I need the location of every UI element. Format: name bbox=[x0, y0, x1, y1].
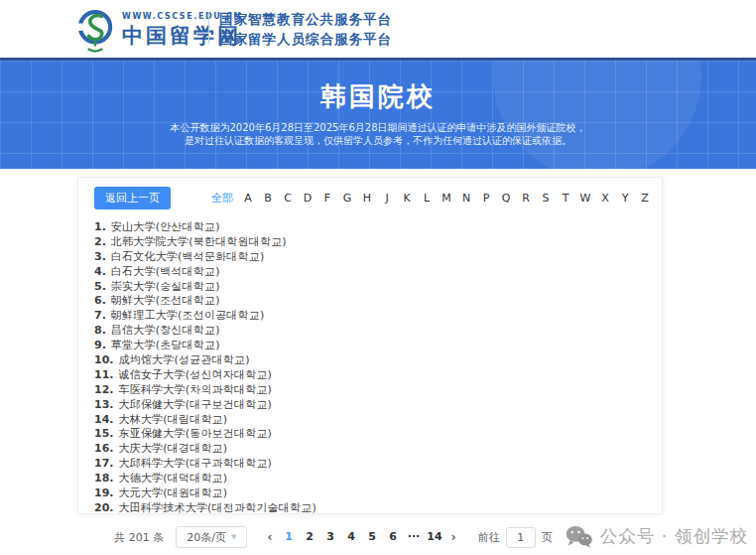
university-name: 大德大学(대덕대학교) bbox=[119, 471, 228, 486]
list-item-number: 13. bbox=[94, 398, 114, 411]
letter-filter[interactable]: C bbox=[278, 192, 298, 205]
university-name: 车医科学大学(차의과학대학교) bbox=[119, 382, 273, 397]
letter-filter[interactable]: W bbox=[575, 192, 595, 205]
list-item[interactable]: 5.崇实大学(숭실대학교) bbox=[94, 279, 646, 294]
letter-filter[interactable]: D bbox=[298, 192, 317, 205]
watermark-text: 公众号 · 领创学校 bbox=[600, 524, 748, 548]
university-name: 昌信大学(창신대학교) bbox=[111, 323, 220, 338]
letter-filter[interactable]: S bbox=[536, 192, 556, 205]
letter-filter[interactable]: G bbox=[337, 192, 357, 205]
university-name: 崇实大学(숭실대학교) bbox=[111, 279, 220, 294]
platform-line-1: 国家智慧教育公共服务平台 bbox=[219, 9, 392, 29]
site-header: WWW.CSCSE.EDU.CN 中国留学网 国家智慧教育公共服务平台 国家留学… bbox=[0, 0, 756, 58]
list-item-number: 8. bbox=[94, 324, 106, 337]
list-item[interactable]: 8.昌信大学(창신대학교) bbox=[94, 323, 646, 338]
page-number[interactable]: 3 bbox=[320, 526, 341, 548]
university-name: 大田科学技术大学(대전과학기술대학교) bbox=[119, 500, 316, 515]
list-item[interactable]: 18.大德大学(대덕대학교) bbox=[94, 471, 646, 486]
list-item[interactable]: 15.东亚保健大学(동아보건대학교) bbox=[94, 426, 646, 441]
page-number[interactable]: 6 bbox=[383, 526, 404, 548]
letter-filter[interactable]: B bbox=[258, 192, 278, 205]
list-item-number: 20. bbox=[94, 501, 114, 514]
page-number[interactable]: ··· bbox=[404, 526, 425, 548]
list-item-number: 16. bbox=[94, 442, 114, 455]
letter-filter[interactable]: T bbox=[556, 192, 575, 205]
back-button[interactable]: 返回上一页 bbox=[94, 187, 171, 209]
list-item-number: 11. bbox=[94, 368, 114, 381]
letter-filter[interactable]: Z bbox=[635, 192, 655, 205]
next-page-button[interactable]: › bbox=[445, 526, 462, 548]
letter-filter[interactable]: R bbox=[516, 192, 536, 205]
letter-filter-list: ABCDFGHJKLMNPQRSTWXYZ bbox=[238, 192, 655, 205]
goto-page: 前往 页 bbox=[478, 527, 553, 548]
letter-filter[interactable]: K bbox=[397, 192, 417, 205]
chevron-down-icon: ▼ bbox=[231, 533, 236, 541]
university-name: 白石大学(백석대학교) bbox=[111, 264, 220, 279]
university-name: 草堂大学(초당대학교) bbox=[111, 338, 220, 352]
list-item-number: 17. bbox=[94, 457, 114, 470]
list-item[interactable]: 13.大邱保健大学(대구보건대학교) bbox=[94, 397, 646, 412]
list-item[interactable]: 17.大邱科学大学(대구과학대학교) bbox=[94, 456, 646, 471]
list-item[interactable]: 2.北韩大学院大学(북한대학원대학교) bbox=[94, 234, 646, 249]
goto-page-input[interactable] bbox=[506, 527, 536, 548]
page: WWW.CSCSE.EDU.CN 中国留学网 国家智慧教育公共服务平台 国家留学… bbox=[0, 0, 756, 555]
list-item[interactable]: 16.大庆大学(대경대학교) bbox=[94, 441, 646, 456]
list-item[interactable]: 4.白石大学(백석대학교) bbox=[94, 264, 646, 279]
letter-filter[interactable]: A bbox=[238, 192, 258, 205]
letter-filter[interactable]: Y bbox=[615, 192, 635, 205]
letter-filter[interactable]: L bbox=[417, 192, 437, 205]
header-divider bbox=[208, 12, 209, 45]
list-item[interactable]: 20.大田科学技术大学(대전과학기술대학교) bbox=[94, 500, 646, 515]
site-logo[interactable]: WWW.CSCSE.EDU.CN 中国留学网 bbox=[73, 7, 242, 53]
page-number[interactable]: 1 bbox=[279, 526, 300, 548]
letter-filter[interactable]: J bbox=[377, 192, 397, 205]
list-item-number: 15. bbox=[94, 427, 114, 440]
prev-page-button[interactable]: ‹ bbox=[261, 526, 278, 548]
letter-filter[interactable]: F bbox=[317, 192, 337, 205]
letter-filter[interactable]: Q bbox=[496, 192, 516, 205]
list-item-number: 5. bbox=[94, 280, 106, 293]
letter-filter[interactable]: P bbox=[476, 192, 496, 205]
list-item[interactable]: 10.成均馆大学(성균관대학교) bbox=[94, 352, 646, 367]
university-name: 白石文化大学(백석문화대학교) bbox=[111, 249, 265, 264]
alphabet-filter: 全部 ABCDFGHJKLMNPQRSTWXYZ bbox=[206, 191, 655, 206]
list-item[interactable]: 19.大元大学(대원대학교) bbox=[94, 486, 646, 500]
hero-banner: 韩国院校 本公开数据为2020年6月28日至2025年6月28日期间通过认证的申… bbox=[0, 58, 756, 169]
university-name: 大邱保健大学(대구보건대학교) bbox=[119, 397, 273, 412]
university-name: 大林大学(대림대학교) bbox=[119, 412, 228, 427]
list-item[interactable]: 9.草堂大学(초당대학교) bbox=[94, 338, 646, 352]
page-number[interactable]: 14 bbox=[425, 526, 445, 548]
university-name: 大庆大学(대경대학교) bbox=[119, 441, 228, 456]
total-count: 共 201 条 bbox=[114, 530, 164, 545]
goto-suffix: 页 bbox=[542, 530, 553, 545]
list-item[interactable]: 1.安山大学(안산대학교) bbox=[94, 219, 646, 234]
list-item[interactable]: 14.大林大学(대림대학교) bbox=[94, 412, 646, 427]
letter-filter[interactable]: H bbox=[357, 192, 377, 205]
page-number-list: 123456···14 bbox=[279, 526, 445, 548]
list-item[interactable]: 6.朝鲜大学(조선대학교) bbox=[94, 293, 646, 308]
list-item[interactable]: 12.车医科学大学(차의과학대학교) bbox=[94, 382, 646, 397]
wechat-icon bbox=[566, 525, 592, 548]
banner-subtitle-line1: 本公开数据为2020年6月28日至2025年6月28日期间通过认证的申请中涉及的… bbox=[0, 122, 756, 135]
university-name: 大邱科学大学(대구과학대학교) bbox=[119, 456, 273, 471]
letter-filter[interactable]: M bbox=[437, 192, 456, 205]
filter-all[interactable]: 全部 bbox=[206, 191, 238, 206]
list-item-number: 19. bbox=[94, 486, 114, 499]
letter-filter[interactable]: X bbox=[595, 192, 615, 205]
list-item[interactable]: 3.白石文化大学(백석문화대학교) bbox=[94, 249, 646, 264]
list-item[interactable]: 7.朝鲜理工大学(조선이공대학교) bbox=[94, 308, 646, 323]
letter-filter[interactable]: N bbox=[456, 192, 476, 205]
list-item[interactable]: 11.诚信女子大学(성신여자대학교) bbox=[94, 367, 646, 382]
page-number[interactable]: 2 bbox=[300, 526, 320, 548]
filter-bar: 返回上一页 全部 ABCDFGHJKLMNPQRSTWXYZ bbox=[78, 178, 662, 209]
watermark: 公众号 · 领创学校 bbox=[566, 524, 748, 548]
list-item-number: 18. bbox=[94, 472, 114, 485]
page-size-select[interactable]: 20条/页 ▼ bbox=[176, 526, 247, 548]
cscse-logo-icon bbox=[73, 7, 117, 53]
list-item-number: 2. bbox=[94, 235, 106, 248]
list-item-number: 1. bbox=[94, 220, 106, 233]
page-number[interactable]: 4 bbox=[341, 526, 362, 548]
university-name: 东亚保健大学(동아보건대학교) bbox=[119, 426, 273, 441]
list-item-number: 10. bbox=[94, 353, 114, 366]
page-number[interactable]: 5 bbox=[362, 526, 383, 548]
